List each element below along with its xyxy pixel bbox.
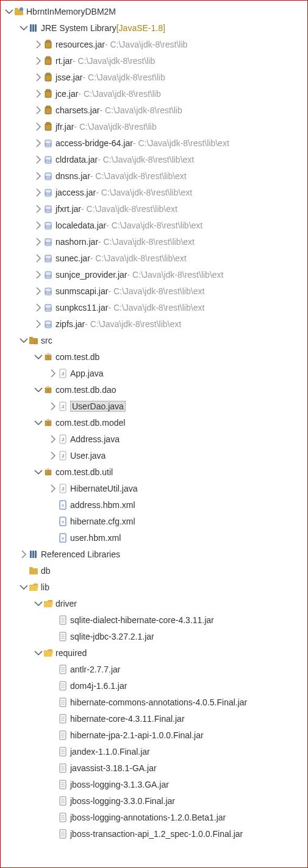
tree-row[interactable]: dom4j-1.6.1.jar (1, 677, 307, 694)
chevron-right-icon[interactable] (34, 56, 43, 66)
tree-row[interactable]: jaccess.jar - C:\Java\jdk-8\rest\lib\ext (1, 184, 307, 200)
chevron-right-icon[interactable] (34, 89, 43, 99)
tree-row[interactable]: charsets.jar - C:\Java\jdk-8\rest\lib (1, 102, 307, 118)
tree-item-label[interactable]: charsets.jar (56, 105, 99, 115)
tree-item-label[interactable]: App.java (70, 369, 103, 378)
tree-item-label[interactable]: address.hbm.xml (70, 500, 135, 510)
chevron-right-icon[interactable] (34, 237, 43, 247)
tree-item-label[interactable]: sqlite-jdbc-3.27.2.1.jar (70, 632, 154, 641)
tree-item-label[interactable]: sqlite-dialect-hibernate-core-4.3.11.jar (70, 615, 214, 625)
tree-row[interactable]: hibernate-core-4.3.11.Final.jar (1, 710, 307, 727)
tree-item-label[interactable]: sunpkcs11.jar (56, 303, 108, 312)
tree-item-label[interactable]: jboss-transaction-api_1.2_spec-1.0.0.Fin… (70, 829, 243, 839)
tree-item-label[interactable]: com.test.db.dao (56, 385, 116, 395)
tree-item-label[interactable]: jfxrt.jar (56, 204, 81, 214)
tree-item-label[interactable]: jaccess.jar (56, 188, 96, 197)
tree-row[interactable]: UserDao.java (1, 398, 307, 414)
tree-item-label[interactable]: com.test.db.model (56, 418, 125, 428)
tree-item-label[interactable]: dom4j-1.6.1.jar (70, 681, 127, 691)
tree-row[interactable]: dnsns.jar - C:\Java\jdk-8\rest\lib\ext (1, 168, 307, 184)
tree-item-label[interactable]: zipfs.jar (56, 319, 85, 329)
tree-row[interactable]: user.hbm.xml (1, 529, 307, 546)
chevron-down-icon[interactable] (34, 352, 43, 362)
chevron-down-icon[interactable] (34, 648, 43, 658)
tree-row[interactable]: HbrntInMemoryDBM2M (1, 3, 307, 19)
chevron-down-icon[interactable] (4, 7, 14, 16)
tree-item-label[interactable]: driver (56, 599, 77, 609)
tree-row[interactable]: sunec.jar - C:\Java\jdk-8\rest\lib\ext (1, 250, 307, 266)
tree-row[interactable]: localedata.jar - C:\Java\jdk-8\rest\lib\… (1, 217, 307, 233)
tree-row[interactable]: jfxrt.jar - C:\Java\jdk-8\rest\lib\ext (1, 200, 307, 217)
tree-item-label[interactable]: User.java (70, 451, 106, 460)
chevron-right-icon[interactable] (34, 188, 43, 197)
tree-row[interactable]: sunpkcs11.jar - C:\Java\jdk-8\rest\lib\e… (1, 299, 307, 316)
tree-row[interactable]: antlr-2.7.7.jar (1, 661, 307, 677)
tree-item-label[interactable]: cldrdata.jar (56, 155, 98, 164)
chevron-down-icon[interactable] (34, 385, 43, 395)
tree-item-label[interactable]: src (41, 336, 52, 345)
tree-row[interactable]: db (1, 562, 307, 579)
tree-row[interactable]: User.java (1, 447, 307, 464)
tree-item-label[interactable]: jce.jar (56, 89, 78, 99)
tree-item-label[interactable]: HibernateUtil.java (70, 484, 138, 493)
chevron-right-icon[interactable] (34, 122, 43, 132)
tree-item-label[interactable]: jboss-logging-3.3.0.Final.jar (70, 796, 175, 806)
tree-item-label[interactable]: Referenced Libraries (41, 549, 120, 559)
tree-row[interactable]: zipfs.jar - C:\Java\jdk-8\rest\lib\ext (1, 316, 307, 332)
tree-row[interactable]: Address.java (1, 431, 307, 447)
tree-item-label[interactable]: jsse.jar (56, 72, 82, 82)
tree-row[interactable]: sqlite-dialect-hibernate-core-4.3.11.jar (1, 612, 307, 628)
tree-row[interactable]: lib (1, 579, 307, 595)
tree-row[interactable]: sunmscapi.jar - C:\Java\jdk-8\rest\lib\e… (1, 283, 307, 299)
tree-item-label[interactable]: user.hbm.xml (70, 533, 121, 543)
chevron-down-icon[interactable] (19, 23, 29, 33)
chevron-right-icon[interactable] (34, 319, 43, 329)
chevron-right-icon[interactable] (34, 286, 43, 296)
tree-item-label[interactable]: HbrntInMemoryDBM2M (26, 7, 116, 16)
chevron-right-icon[interactable] (34, 155, 43, 164)
tree-row[interactable]: jboss-transaction-api_1.2_spec-1.0.0.Fin… (1, 825, 307, 842)
tree-item-label[interactable]: access-bridge-64.jar (56, 138, 133, 148)
tree-row[interactable]: HibernateUtil.java (1, 480, 307, 496)
chevron-right-icon[interactable] (34, 171, 43, 181)
tree-item-label[interactable]: hibernate-commons-annotations-4.0.5.Fina… (70, 697, 247, 707)
tree-item-label[interactable]: jboss-logging-annotations-1.2.0.Beta1.ja… (70, 813, 226, 822)
tree-row[interactable]: sunjce_provider.jar - C:\Java\jdk-8\rest… (1, 266, 307, 283)
tree-row[interactable]: cldrdata.jar - C:\Java\jdk-8\rest\lib\ex… (1, 151, 307, 168)
tree-item-label[interactable]: hibernate-jpa-2.1-api-1.0.0.Final.jar (70, 730, 204, 740)
tree-item-label[interactable]: dnsns.jar (56, 171, 90, 181)
tree-row[interactable]: jboss-logging-3.1.3.GA.jar (1, 776, 307, 792)
tree-item-label[interactable]: lib (41, 582, 49, 592)
tree-item-label[interactable]: required (56, 648, 87, 658)
tree-item-label[interactable]: hibernate.cfg.xml (70, 517, 135, 526)
tree-row[interactable]: rt.jar - C:\Java\jdk-8\rest\lib (1, 52, 307, 69)
chevron-right-icon[interactable] (19, 549, 29, 559)
tree-item-label[interactable]: Address.java (70, 434, 120, 444)
tree-item-label[interactable]: javassist-3.18.1-GA.jar (70, 763, 157, 773)
chevron-right-icon[interactable] (48, 484, 58, 493)
tree-item-label[interactable]: jfr.jar (56, 122, 74, 132)
chevron-right-icon[interactable] (34, 204, 43, 214)
chevron-right-icon[interactable] (34, 303, 43, 312)
tree-item-label[interactable]: sunmscapi.jar (56, 286, 108, 296)
tree-row[interactable]: address.hbm.xml (1, 496, 307, 513)
chevron-right-icon[interactable] (48, 401, 58, 411)
chevron-right-icon[interactable] (34, 253, 43, 263)
tree-row[interactable]: src (1, 332, 307, 348)
chevron-right-icon[interactable] (34, 72, 43, 82)
chevron-down-icon[interactable] (34, 418, 43, 428)
chevron-right-icon[interactable] (34, 40, 43, 49)
tree-item-label[interactable]: com.test.db.util (56, 467, 113, 477)
tree-item-label[interactable]: sunec.jar (56, 253, 90, 263)
tree-row[interactable]: required (1, 644, 307, 661)
tree-row[interactable]: jsse.jar - C:\Java\jdk-8\rest\lib (1, 69, 307, 85)
tree-item-label[interactable]: antlr-2.7.7.jar (70, 665, 120, 674)
chevron-right-icon[interactable] (34, 221, 43, 230)
tree-row[interactable]: jce.jar - C:\Java\jdk-8\rest\lib (1, 85, 307, 102)
chevron-right-icon[interactable] (48, 451, 58, 460)
tree-row[interactable]: jboss-logging-annotations-1.2.0.Beta1.ja… (1, 809, 307, 825)
tree-row[interactable]: com.test.db.util (1, 464, 307, 480)
chevron-right-icon[interactable] (34, 138, 43, 148)
tree-row[interactable]: hibernate-jpa-2.1-api-1.0.0.Final.jar (1, 727, 307, 743)
tree-row[interactable]: JRE System Library [JavaSE-1.8] (1, 19, 307, 36)
